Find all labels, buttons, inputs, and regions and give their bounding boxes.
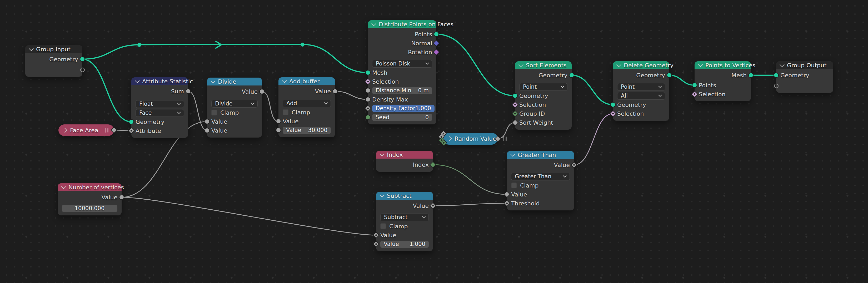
area-output-socket[interactable] — [111, 127, 117, 133]
mesh-input-socket[interactable] — [365, 70, 371, 75]
node-header[interactable]: Attribute Statistic — [131, 77, 188, 85]
index-output-socket[interactable] — [430, 162, 436, 167]
random-value-node[interactable]: Random Value — [443, 133, 498, 145]
value2-input-socket[interactable] — [204, 128, 210, 133]
collapse-chevron-icon[interactable] — [379, 192, 384, 197]
sort-domain-select[interactable]: Point — [519, 83, 567, 91]
sort-node[interactable]: Sort ElementsGeometryPointGeometrySelect… — [515, 61, 572, 130]
add-buffer-node[interactable]: Add bufferValueAddClampValueValue30.000 — [278, 77, 335, 137]
points-output-socket[interactable] — [433, 31, 439, 37]
add-buffer-clamp-checkbox[interactable] — [283, 109, 288, 115]
value2-input-socket[interactable] — [276, 127, 281, 133]
attr-stat-data-type-select[interactable]: Float — [135, 100, 184, 108]
group-input-node[interactable]: Group InputGeometry — [25, 45, 82, 77]
collapse-chevron-icon[interactable] — [519, 62, 523, 67]
value2-input-socket[interactable] — [373, 241, 379, 247]
value1-input-socket[interactable] — [373, 232, 379, 238]
node-header[interactable]: Add buffer — [278, 77, 335, 85]
selection-input-socket[interactable] — [365, 78, 371, 85]
distance-min-input-socket[interactable] — [365, 88, 371, 93]
delete-node[interactable]: Delete GeometryGeometryPointAllGeometryS… — [613, 61, 669, 121]
collapse-chevron-icon[interactable] — [698, 62, 703, 67]
value-output-socket[interactable] — [332, 88, 338, 94]
sort-weight-input-socket[interactable] — [512, 120, 518, 125]
geometry-output-socket[interactable] — [569, 72, 575, 78]
normal-output-socket[interactable] — [433, 40, 439, 46]
sum-output-socket[interactable] — [185, 88, 191, 94]
node-header[interactable]: Delete Geometry — [613, 61, 669, 69]
distribute-distribute-method-select[interactable]: Poisson Disk — [372, 60, 432, 68]
subtract-clamp-checkbox[interactable] — [380, 223, 386, 229]
threshold-input-socket[interactable] — [504, 200, 510, 206]
ptv-node[interactable]: Points to VerticesMeshPointsSelection — [694, 61, 751, 101]
greater-than-node[interactable]: Greater ThanValueGreater ThanClampValueT… — [507, 151, 574, 211]
delete-mode-select[interactable]: All — [617, 92, 665, 100]
value1-input-socket[interactable] — [204, 119, 210, 124]
subtract-operation-select[interactable]: Subtract — [380, 214, 429, 221]
expand-chevron-icon[interactable] — [62, 128, 67, 132]
subtract-value2-field[interactable]: Value1.000 — [380, 241, 429, 248]
node-header[interactable]: Group Input — [25, 45, 82, 53]
collapse-chevron-icon[interactable] — [211, 78, 215, 83]
collapse-chevron-icon[interactable] — [379, 152, 384, 156]
expand-chevron-icon[interactable] — [447, 136, 452, 141]
geometry-input-socket[interactable] — [128, 119, 134, 125]
greater-than-operation-select[interactable]: Greater Than — [511, 173, 570, 181]
geometry-input-socket[interactable] — [773, 72, 779, 78]
value-input-socket[interactable] — [504, 191, 510, 197]
node-header[interactable]: Subtract — [376, 192, 433, 200]
group-id-input-socket[interactable] — [512, 111, 518, 117]
num-verts-value-field[interactable]: 10000.000 — [62, 205, 117, 212]
collapse-chevron-icon[interactable] — [29, 46, 33, 51]
subtract-node[interactable]: SubtractValueSubtractClampValueValue1.00… — [376, 192, 433, 251]
distribute-node[interactable]: Distribute Points on FacesPointsNormalRo… — [368, 20, 436, 124]
node-header[interactable]: Index — [376, 151, 433, 159]
value1-input-socket[interactable] — [276, 118, 281, 124]
collapse-chevron-icon[interactable] — [282, 78, 287, 83]
node-editor-canvas[interactable]: Group InputGeometryAttribute StatisticSu… — [0, 0, 868, 283]
distribute-distance-min-field[interactable]: Distance Min0 m — [372, 87, 432, 94]
points-input-socket[interactable] — [692, 82, 698, 88]
density-max-input-socket[interactable] — [365, 97, 371, 102]
greater-than-clamp-checkbox[interactable] — [511, 183, 517, 188]
rotation-output-socket[interactable] — [433, 49, 439, 55]
density-factor-input-socket[interactable] — [365, 105, 371, 111]
value-output-socket[interactable] — [259, 89, 265, 94]
num-verts-node[interactable]: Number of verticesValue10000.000 — [58, 183, 122, 215]
node-header[interactable]: Points to Vertices — [694, 61, 751, 69]
collapse-chevron-icon[interactable] — [135, 78, 140, 83]
virtual-input-socket[interactable] — [773, 83, 779, 89]
index-node-node[interactable]: IndexIndex — [376, 151, 433, 172]
collapse-chevron-icon[interactable] — [616, 62, 621, 67]
divide-clamp-checkbox[interactable] — [211, 110, 217, 116]
geometry-input-socket[interactable] — [610, 102, 616, 107]
selection-input-socket[interactable] — [610, 111, 616, 117]
add-buffer-value2-field[interactable]: Value30.000 — [283, 127, 331, 134]
face-area-node[interactable]: Face Area — [58, 124, 114, 136]
add-buffer-operation-select[interactable]: Add — [283, 100, 331, 107]
geometry-output-socket[interactable] — [666, 72, 672, 78]
group-output-node[interactable]: Group OutputGeometry — [776, 61, 833, 93]
divide-node[interactable]: DivideValueDivideClampValueValue — [207, 77, 262, 137]
collapse-chevron-icon[interactable] — [780, 62, 784, 67]
attribute-input-socket[interactable] — [128, 128, 134, 134]
value-output-socket[interactable] — [430, 203, 436, 209]
node-header[interactable]: Sort Elements — [515, 61, 572, 69]
attr-stat-domain-select[interactable]: Face — [135, 109, 184, 117]
value-output-socket[interactable] — [119, 194, 124, 200]
seed-input-socket[interactable] — [365, 115, 371, 120]
value-output-socket[interactable] — [495, 136, 501, 142]
reroute-node[interactable] — [300, 42, 305, 47]
attr-stat-node[interactable]: Attribute StatisticSumFloatFaceGeometryA… — [131, 77, 188, 138]
node-header[interactable]: Divide — [207, 77, 262, 86]
node-header[interactable]: Distribute Points on Faces — [368, 20, 436, 28]
node-header[interactable]: Number of vertices — [58, 183, 122, 191]
divide-operation-select[interactable]: Divide — [211, 100, 258, 107]
geometry-input-socket[interactable] — [512, 93, 518, 99]
geometry-output-socket[interactable] — [80, 56, 85, 62]
mesh-output-socket[interactable] — [748, 72, 754, 78]
delete-domain-select[interactable]: Point — [617, 83, 665, 91]
node-header[interactable]: Group Output — [776, 61, 833, 69]
node-header[interactable]: Greater Than — [507, 151, 574, 159]
collapse-chevron-icon[interactable] — [371, 21, 376, 26]
